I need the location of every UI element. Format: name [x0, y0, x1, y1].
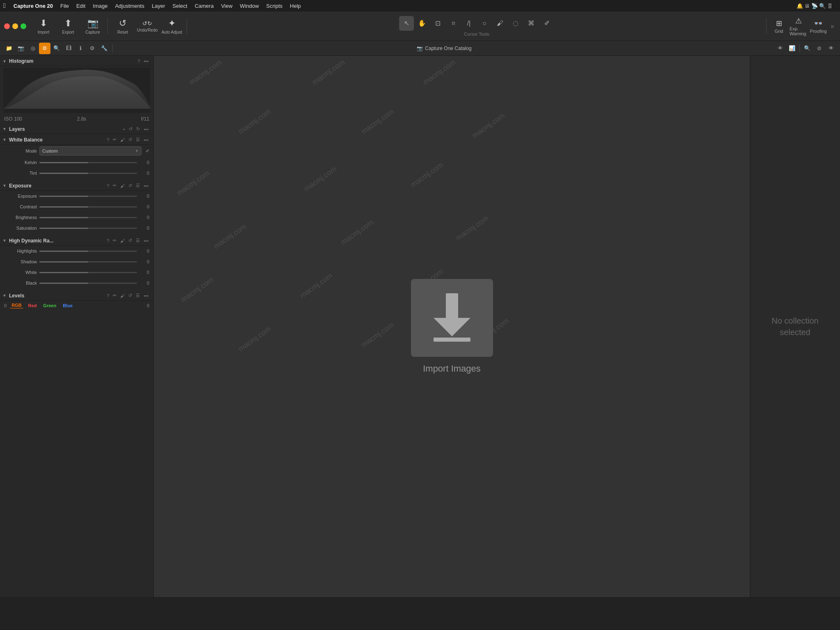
- layers-add[interactable]: +: [122, 126, 126, 132]
- menu-window[interactable]: Window: [236, 2, 262, 10]
- menu-view[interactable]: View: [217, 2, 236, 10]
- layers-redo[interactable]: ↻: [135, 126, 141, 132]
- levels-edit[interactable]: ✏: [112, 292, 117, 299]
- hdr-menu[interactable]: •••: [143, 238, 149, 244]
- levels-header[interactable]: ▼ Levels ? ✏ 🖌 ↺ ☰ •••: [0, 290, 153, 301]
- sec-film-icon[interactable]: 🎞: [63, 43, 74, 54]
- menu-help[interactable]: Help: [286, 2, 305, 10]
- levels-green-btn[interactable]: Green: [41, 303, 58, 308]
- exposure-header[interactable]: ▼ Exposure ? ✏ 🖌 ↺ ☰ •••: [0, 180, 153, 191]
- wb-menu[interactable]: •••: [143, 137, 149, 143]
- menu-adjustments[interactable]: Adjustments: [111, 2, 148, 10]
- histogram-help[interactable]: ?: [137, 58, 141, 64]
- levels-rgb-btn[interactable]: RGB: [10, 302, 23, 308]
- exp-list[interactable]: ☰: [135, 183, 141, 189]
- grid-button[interactable]: ⊞ Grid: [770, 17, 788, 35]
- levels-red-btn[interactable]: Red: [27, 303, 39, 308]
- minimize-button[interactable]: [12, 23, 18, 29]
- toolbar-overflow[interactable]: »: [829, 21, 836, 32]
- reset-button[interactable]: ↺ Reset: [111, 14, 134, 39]
- menu-file[interactable]: File: [57, 2, 73, 10]
- layers-menu[interactable]: •••: [143, 126, 149, 132]
- levels-list[interactable]: ☰: [135, 292, 141, 299]
- menu-select[interactable]: Select: [169, 2, 191, 10]
- levels-reset[interactable]: ↺: [128, 292, 133, 299]
- sec-meta-icon[interactable]: 🔧: [98, 43, 110, 54]
- cursor-clone-tool[interactable]: ✐: [539, 16, 554, 31]
- wb-kelvin-track[interactable]: [39, 162, 137, 163]
- layers-undo[interactable]: ↺: [128, 126, 133, 132]
- cursor-circle-tool[interactable]: ○: [477, 16, 492, 31]
- wb-eyedropper-icon[interactable]: ✐: [146, 148, 149, 154]
- black-track[interactable]: [39, 283, 137, 284]
- sec-levels-icon[interactable]: 📊: [786, 43, 798, 54]
- sec-camera2-icon[interactable]: 📷: [15, 43, 27, 54]
- wb-brush[interactable]: 🖌: [119, 137, 126, 143]
- maximize-button[interactable]: [21, 23, 26, 29]
- menu-camera[interactable]: Camera: [191, 2, 217, 10]
- sec-right-search[interactable]: 🔍: [801, 43, 813, 54]
- cursor-pan-tool[interactable]: ✋: [415, 16, 429, 31]
- undo-redo-button[interactable]: ↺↻ Undo/Redo: [136, 14, 159, 39]
- sec-right-eye[interactable]: 👁: [825, 43, 837, 54]
- wb-list[interactable]: ☰: [135, 137, 141, 143]
- menu-edit[interactable]: Edit: [73, 2, 89, 10]
- levels-blue-btn[interactable]: Blue: [61, 303, 74, 308]
- sec-right-filter[interactable]: ⊘: [813, 43, 825, 54]
- cursor-crop-tool[interactable]: ⊡: [430, 16, 445, 31]
- histogram-menu[interactable]: •••: [143, 58, 149, 64]
- saturation-track[interactable]: [39, 228, 137, 229]
- import-placeholder[interactable]: Import Images: [411, 279, 493, 374]
- apple-menu[interactable]: : [3, 2, 6, 9]
- wb-help[interactable]: ?: [106, 137, 110, 143]
- menu-scripts[interactable]: Scripts: [262, 2, 286, 10]
- sec-info-icon[interactable]: ℹ: [75, 43, 86, 54]
- layers-header[interactable]: ▼ Layers + ↺ ↻ •••: [0, 123, 153, 134]
- hdr-edit[interactable]: ✏: [112, 237, 117, 244]
- import-button[interactable]: ⬇ Import: [32, 14, 55, 39]
- wb-mode-select[interactable]: Custom ▼: [39, 146, 142, 155]
- proofing-button[interactable]: 👓 Proofing: [809, 17, 827, 35]
- cursor-select-tool[interactable]: ↖: [399, 16, 414, 31]
- wb-reset[interactable]: ↺: [128, 137, 133, 143]
- contrast-track[interactable]: [39, 206, 137, 208]
- white-track[interactable]: [39, 272, 137, 273]
- sec-search-icon[interactable]: 🔍: [51, 43, 62, 54]
- cursor-measure-tool[interactable]: /|: [461, 16, 476, 31]
- sec-adjust-icon[interactable]: ⚙: [39, 43, 50, 54]
- levels-brush[interactable]: 🖌: [119, 293, 126, 299]
- histogram-header[interactable]: ▼ Histogram ? •••: [0, 56, 153, 66]
- cursor-straighten-tool[interactable]: ⌗: [446, 16, 461, 31]
- hdr-header[interactable]: ▼ High Dynamic Ra... ? ✏ 🖌 ↺ ☰ •••: [0, 235, 153, 246]
- exp-menu[interactable]: •••: [143, 183, 149, 189]
- exp-warning-button[interactable]: ⚠ Exp. Warning: [790, 17, 808, 35]
- auto-adjust-button[interactable]: ✦ Auto Adjust: [160, 14, 183, 39]
- brightness-track[interactable]: [39, 217, 137, 218]
- menu-image[interactable]: Image: [89, 2, 111, 10]
- sec-gear2-icon[interactable]: ⚙: [87, 43, 98, 54]
- cursor-eraser-tool[interactable]: ◌: [508, 16, 523, 31]
- sec-preview-icon[interactable]: 👁: [774, 43, 786, 54]
- highlights-track[interactable]: [39, 251, 137, 252]
- levels-menu[interactable]: •••: [143, 293, 149, 299]
- cursor-brush-tool[interactable]: 🖌: [493, 16, 507, 31]
- exp-help[interactable]: ?: [106, 183, 110, 189]
- levels-help[interactable]: ?: [106, 293, 110, 299]
- shadow-track[interactable]: [39, 261, 137, 262]
- sec-circle-icon[interactable]: ◎: [27, 43, 39, 54]
- menu-layer[interactable]: Layer: [148, 2, 169, 10]
- exp-edit[interactable]: ✏: [112, 183, 117, 189]
- hdr-help[interactable]: ?: [106, 238, 110, 244]
- hdr-reset[interactable]: ↺: [128, 237, 133, 244]
- close-button[interactable]: [4, 23, 10, 29]
- cursor-heal-tool[interactable]: ⌘: [524, 16, 539, 31]
- exp-brush[interactable]: 🖌: [119, 183, 126, 189]
- wb-edit[interactable]: ✏: [112, 137, 117, 143]
- wb-tint-track[interactable]: [39, 173, 137, 174]
- menu-capture-one[interactable]: Capture One 20: [10, 2, 57, 10]
- exp-reset[interactable]: ↺: [128, 183, 133, 189]
- hdr-list[interactable]: ☰: [135, 237, 141, 244]
- hdr-brush[interactable]: 🖌: [119, 238, 126, 244]
- export-button[interactable]: ⬆ Export: [57, 14, 80, 39]
- capture-button[interactable]: 📷 Capture: [81, 14, 104, 39]
